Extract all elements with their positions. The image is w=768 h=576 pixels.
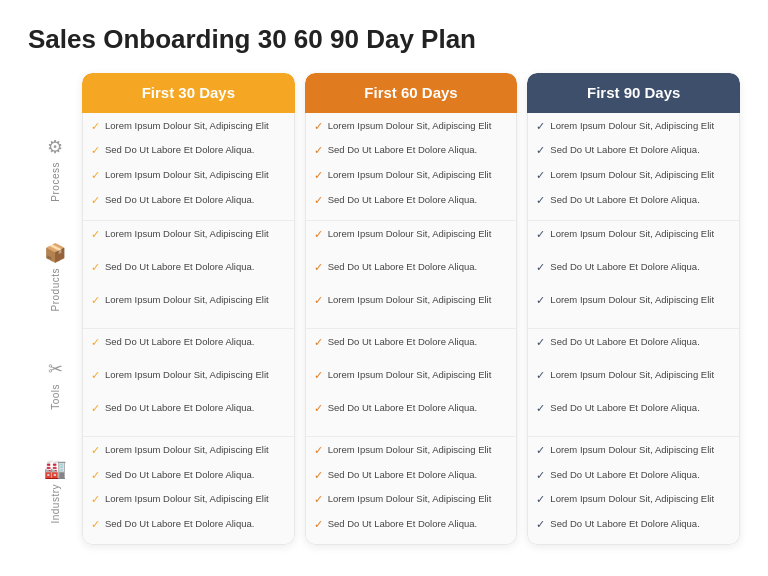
col30-section-process: ✓ Lorem Ipsum Dolour Sit, Adipiscing Eli… [83,113,294,221]
row-text: Lorem Ipsum Dolour Sit, Adipiscing Elit [550,119,714,132]
row-text: Sed Do Ut Labore Et Dolore Aliqua. [550,517,699,530]
row-text: Sed Do Ut Labore Et Dolore Aliqua. [328,335,477,348]
check-icon: ✓ [314,294,323,307]
row-text: Lorem Ipsum Dolour Sit, Adipiscing Elit [105,293,269,306]
row-text: Lorem Ipsum Dolour Sit, Adipiscing Elit [550,227,714,240]
col30-section-tools: ✓ Sed Do Ut Labore Et Dolore Aliqua. ✓ L… [83,329,294,437]
list-item: ✓ Lorem Ipsum Dolour Sit, Adipiscing Eli… [91,225,286,258]
check-icon: ✓ [314,194,323,207]
list-item: ✓ Lorem Ipsum Dolour Sit, Adipiscing Eli… [536,225,731,258]
list-item: ✓ Lorem Ipsum Dolour Sit, Adipiscing Eli… [314,117,509,142]
check-icon: ✓ [536,120,545,133]
check-icon: ✓ [91,194,100,207]
check-icon: ✓ [536,228,545,241]
check-icon: ✓ [314,169,323,182]
tools-label: Tools [50,384,61,410]
list-item: ✓ Sed Do Ut Labore Et Dolore Aliqua. [314,466,509,491]
row-text: Lorem Ipsum Dolour Sit, Adipiscing Elit [105,227,269,240]
list-item: ✓ Lorem Ipsum Dolour Sit, Adipiscing Eli… [536,117,731,142]
row-text: Lorem Ipsum Dolour Sit, Adipiscing Elit [550,168,714,181]
check-icon: ✓ [536,518,545,531]
list-item: ✓ Sed Do Ut Labore Et Dolore Aliqua. [314,333,509,366]
list-item: ✓ Lorem Ipsum Dolour Sit, Adipiscing Eli… [314,225,509,258]
check-icon: ✓ [91,261,100,274]
column-col60: First 60 Days ✓ Lorem Ipsum Dolour Sit, … [305,73,518,545]
sidebar-row-industry: 🏭 Industry [28,438,82,546]
list-item: ✓ Sed Do Ut Labore Et Dolore Aliqua. [536,333,731,366]
page-title: Sales Onboarding 30 60 90 Day Plan [28,24,740,55]
check-icon: ✓ [91,493,100,506]
row-text: Lorem Ipsum Dolour Sit, Adipiscing Elit [328,119,492,132]
list-item: ✓ Sed Do Ut Labore Et Dolore Aliqua. [91,466,286,491]
tools-icon: ✂ [48,358,63,380]
check-icon: ✓ [91,120,100,133]
col60-body: ✓ Lorem Ipsum Dolour Sit, Adipiscing Eli… [305,113,518,546]
list-item: ✓ Lorem Ipsum Dolour Sit, Adipiscing Eli… [536,166,731,191]
row-text: Sed Do Ut Labore Et Dolore Aliqua. [105,143,254,156]
row-text: Sed Do Ut Labore Et Dolore Aliqua. [328,193,477,206]
column-col30: First 30 Days ✓ Lorem Ipsum Dolour Sit, … [82,73,295,545]
check-icon: ✓ [91,369,100,382]
col90-section-process: ✓ Lorem Ipsum Dolour Sit, Adipiscing Eli… [528,113,739,221]
check-icon: ✓ [314,518,323,531]
row-text: Sed Do Ut Labore Et Dolore Aliqua. [105,401,254,414]
row-text: Lorem Ipsum Dolour Sit, Adipiscing Elit [550,293,714,306]
list-item: ✓ Sed Do Ut Labore Et Dolore Aliqua. [536,191,731,216]
check-icon: ✓ [91,169,100,182]
list-item: ✓ Sed Do Ut Labore Et Dolore Aliqua. [314,258,509,291]
col90-header: First 90 Days [527,73,740,113]
row-text: Sed Do Ut Labore Et Dolore Aliqua. [328,260,477,273]
list-item: ✓ Lorem Ipsum Dolour Sit, Adipiscing Eli… [536,490,731,515]
row-text: Lorem Ipsum Dolour Sit, Adipiscing Elit [105,168,269,181]
row-text: Lorem Ipsum Dolour Sit, Adipiscing Elit [328,492,492,505]
check-icon: ✓ [536,469,545,482]
row-text: Lorem Ipsum Dolour Sit, Adipiscing Elit [328,293,492,306]
list-item: ✓ Lorem Ipsum Dolour Sit, Adipiscing Eli… [91,366,286,399]
sidebar: ⚙ Process 📦 Products ✂ Tools 🏭 Industry [28,73,82,545]
check-icon: ✓ [91,336,100,349]
check-icon: ✓ [314,493,323,506]
check-icon: ✓ [536,169,545,182]
list-item: ✓ Sed Do Ut Labore Et Dolore Aliqua. [91,333,286,366]
row-text: Lorem Ipsum Dolour Sit, Adipiscing Elit [105,492,269,505]
column-col90: First 90 Days ✓ Lorem Ipsum Dolour Sit, … [527,73,740,545]
list-item: ✓ Lorem Ipsum Dolour Sit, Adipiscing Eli… [314,441,509,466]
col60-section-process: ✓ Lorem Ipsum Dolour Sit, Adipiscing Eli… [306,113,517,221]
list-item: ✓ Sed Do Ut Labore Et Dolore Aliqua. [536,515,731,540]
list-item: ✓ Lorem Ipsum Dolour Sit, Adipiscing Eli… [91,117,286,142]
check-icon: ✓ [314,369,323,382]
list-item: ✓ Lorem Ipsum Dolour Sit, Adipiscing Eli… [536,441,731,466]
list-item: ✓ Lorem Ipsum Dolour Sit, Adipiscing Eli… [536,291,731,324]
sidebar-row-process: ⚙ Process [28,115,82,223]
row-text: Sed Do Ut Labore Et Dolore Aliqua. [105,260,254,273]
list-item: ✓ Sed Do Ut Labore Et Dolore Aliqua. [536,258,731,291]
col60-section-products: ✓ Lorem Ipsum Dolour Sit, Adipiscing Eli… [306,221,517,329]
list-item: ✓ Lorem Ipsum Dolour Sit, Adipiscing Eli… [314,490,509,515]
row-text: Sed Do Ut Labore Et Dolore Aliqua. [550,260,699,273]
list-item: ✓ Sed Do Ut Labore Et Dolore Aliqua. [91,141,286,166]
list-item: ✓ Sed Do Ut Labore Et Dolore Aliqua. [314,399,509,432]
check-icon: ✓ [314,444,323,457]
row-text: Sed Do Ut Labore Et Dolore Aliqua. [105,468,254,481]
col30-section-industry: ✓ Lorem Ipsum Dolour Sit, Adipiscing Eli… [83,437,294,544]
check-icon: ✓ [91,228,100,241]
col60-header: First 60 Days [305,73,518,113]
col30-section-products: ✓ Lorem Ipsum Dolour Sit, Adipiscing Eli… [83,221,294,329]
row-text: Sed Do Ut Labore Et Dolore Aliqua. [550,401,699,414]
check-icon: ✓ [536,261,545,274]
check-icon: ✓ [314,228,323,241]
check-icon: ✓ [314,402,323,415]
check-icon: ✓ [536,493,545,506]
list-item: ✓ Sed Do Ut Labore Et Dolore Aliqua. [536,141,731,166]
list-item: ✓ Lorem Ipsum Dolour Sit, Adipiscing Eli… [91,441,286,466]
check-icon: ✓ [91,294,100,307]
check-icon: ✓ [91,144,100,157]
col30-header: First 30 Days [82,73,295,113]
row-text: Sed Do Ut Labore Et Dolore Aliqua. [328,517,477,530]
row-text: Sed Do Ut Labore Et Dolore Aliqua. [105,193,254,206]
list-item: ✓ Sed Do Ut Labore Et Dolore Aliqua. [91,399,286,432]
industry-label: Industry [50,484,61,524]
check-icon: ✓ [536,294,545,307]
row-text: Lorem Ipsum Dolour Sit, Adipiscing Elit [105,443,269,456]
check-icon: ✓ [91,444,100,457]
